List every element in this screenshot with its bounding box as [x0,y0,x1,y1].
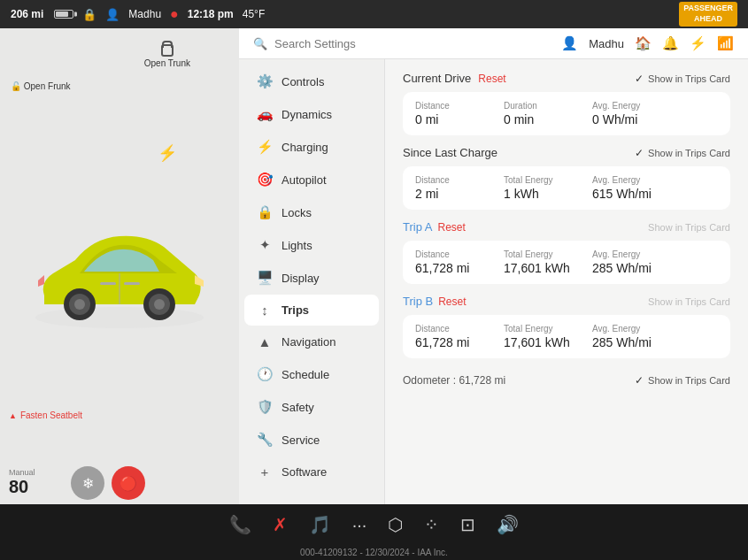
sidebar-item-software[interactable]: + Software [244,456,379,487]
climate-controls: ❄ 🔴 [71,466,145,500]
current-drive-show-trips[interactable]: ✓ Show in Trips Card [635,73,730,85]
lock-icon: 🔒 [82,8,96,21]
sidebar-item-locks[interactable]: 🔒 Locks [244,196,379,228]
schedule-label: Schedule [281,368,329,381]
sidebar-item-trips[interactable]: ↕ Trips [244,295,379,326]
content-area: ⚙️ Controls 🚗 Dynamics ⚡ Charging 🎯 Auto… [239,59,748,504]
software-label: Software [281,465,327,479]
since-last-charge-distance: Distance 2 mi [415,175,486,201]
schedule-icon: 🕐 [257,366,273,382]
bluetooth-icon[interactable]: ⚡ [690,35,706,51]
current-drive-avg-energy: Avg. Energy 0 Wh/mi [592,101,663,127]
main-area: Open Trunk 🔓 Open Frunk [0,28,748,504]
open-trunk-button[interactable]: Open Trunk [144,44,190,68]
since-last-charge-title: Since Last Charge [403,146,497,159]
display-icon: 🖥️ [257,270,273,286]
time-display: 12:18 pm [188,8,234,20]
trip-a-total-energy: Total Energy 17,601 kWh [504,249,574,275]
trip-b-card: Distance 61,728 mi Total Energy 17,601 k… [403,315,730,358]
since-last-charge-total-energy: Total Energy 1 kWh [504,175,574,201]
trip-a-reset[interactable]: Reset [437,221,465,234]
trip-b-reset[interactable]: Reset [438,295,466,308]
service-label: Service [281,433,320,447]
trip-a-show-trips[interactable]: Show in Trips Card [648,222,730,233]
trip-a-card: Distance 61,728 mi Total Energy 17,601 k… [403,241,730,284]
speed-display: Manual 80 [9,467,35,497]
safety-label: Safety [281,401,314,414]
mileage-display: 206 mi [11,8,43,20]
rec-indicator: ● [170,7,179,21]
climate-control-2[interactable]: 🔴 [112,466,145,500]
watermark: 000-41209132 - 12/30/2024 - IAA Inc. [0,545,748,560]
signal-icon: 📶 [717,35,734,51]
trips-icon: ↕ [257,303,273,318]
trip-a-distance: Distance 61,728 mi [415,249,486,275]
sidebar-item-autopilot[interactable]: 🎯 Autopilot [244,164,379,196]
cancel-icon[interactable]: ✗ [273,514,288,535]
trip-b-distance: Distance 61,728 mi [415,324,486,349]
sidebar-item-schedule[interactable]: 🕐 Schedule [244,358,379,390]
search-input[interactable] [274,37,554,50]
current-drive-title: Current Drive [403,72,471,85]
user-info: 👤 Madhu 🏠 🔔 ⚡ 📶 [561,35,734,51]
bluetooth-taskbar-icon[interactable]: ⬡ [388,514,403,535]
trip-b-show-trips[interactable]: Show in Trips Card [648,296,730,307]
phone-icon[interactable]: 📞 [229,514,251,535]
charging-icon: ⚡ [257,139,273,155]
since-last-charge-header: Since Last Charge ✓ Show in Trips Card [403,146,730,159]
controls-label: Controls [281,75,324,88]
climate-control-1[interactable]: ❄ [71,466,104,500]
current-drive-card: Distance 0 mi Duration 0 min Avg. Energy… [403,92,730,135]
home-icon[interactable]: 🏠 [635,35,652,51]
current-drive-duration: Duration 0 min [504,101,574,127]
sidebar-item-safety[interactable]: 🛡️ Safety [244,391,379,423]
apps-icon[interactable]: ⁘ [424,514,439,535]
trip-b-title: Trip B [403,295,433,308]
navigation-icon: ▲ [257,334,273,349]
display-label: Display [281,272,320,285]
autopilot-icon: 🎯 [257,172,273,188]
sidebar-item-charging[interactable]: ⚡ Charging [244,131,379,163]
svg-point-0 [35,307,204,328]
controls-icon: ⚙️ [257,73,273,89]
settings-sidebar: ⚙️ Controls 🚗 Dynamics ⚡ Charging 🎯 Auto… [239,59,385,504]
sidebar-item-dynamics[interactable]: 🚗 Dynamics [244,98,379,130]
current-drive-distance: Distance 0 mi [415,101,486,127]
odometer-show-trips[interactable]: ✓ Show in Trips Card [635,374,730,387]
trips-label: Trips [281,303,309,317]
trip-b-header: Trip B Reset Show in Trips Card [403,295,730,308]
driver-name: Madhu [128,8,161,20]
sidebar-item-service[interactable]: 🔧 Service [244,424,379,456]
bell-icon[interactable]: 🔔 [662,35,679,51]
navigation-label: Navigation [281,335,335,349]
volume-icon[interactable]: 🔊 [497,514,519,535]
trip-a-avg-energy: Avg. Energy 285 Wh/mi [592,249,663,275]
sidebar-item-lights[interactable]: ✦ Lights [244,229,379,261]
trip-a-title: Trip A [403,220,432,234]
sidebar-item-controls[interactable]: ⚙️ Controls [244,65,379,97]
open-frunk-button[interactable]: 🔓 Open Frunk [11,81,71,91]
more-icon[interactable]: ··· [352,515,367,535]
trip-a-header: Trip A Reset Show in Trips Card [403,220,730,234]
status-bar: 206 mi 🔒 👤 Madhu ● 12:18 pm 45°F PASSENG… [0,0,748,28]
service-icon: 🔧 [257,432,273,448]
user-name: Madhu [589,37,624,50]
sidebar-item-navigation[interactable]: ▲ Navigation [244,326,379,357]
charging-indicator: ⚡ [158,143,177,163]
battery-icon [54,10,73,19]
car-panel: Open Trunk 🔓 Open Frunk [0,28,239,504]
trip-b-avg-energy: Avg. Energy 285 Wh/mi [592,324,663,349]
sidebar-item-display[interactable]: 🖥️ Display [244,262,379,294]
frunk-lock-icon: 🔓 [11,81,21,91]
siri-icon[interactable]: 🎵 [309,514,331,535]
since-last-charge-show-trips[interactable]: ✓ Show in Trips Card [635,147,730,159]
right-panel: 🔍 👤 Madhu 🏠 🔔 ⚡ 📶 ⚙️ Controls 🚗 [239,28,748,504]
current-drive-header: Current Drive Reset ✓ Show in Trips Card [403,72,730,85]
grid-icon[interactable]: ⊡ [460,514,475,535]
dynamics-label: Dynamics [281,108,332,121]
temp-display: 45°F [243,8,265,20]
car-labels: Open Trunk 🔓 Open Frunk [0,28,239,504]
current-drive-reset[interactable]: Reset [478,73,505,85]
since-last-charge-avg-energy: Avg. Energy 615 Wh/mi [592,175,663,201]
trips-content: Current Drive Reset ✓ Show in Trips Card… [385,59,748,504]
